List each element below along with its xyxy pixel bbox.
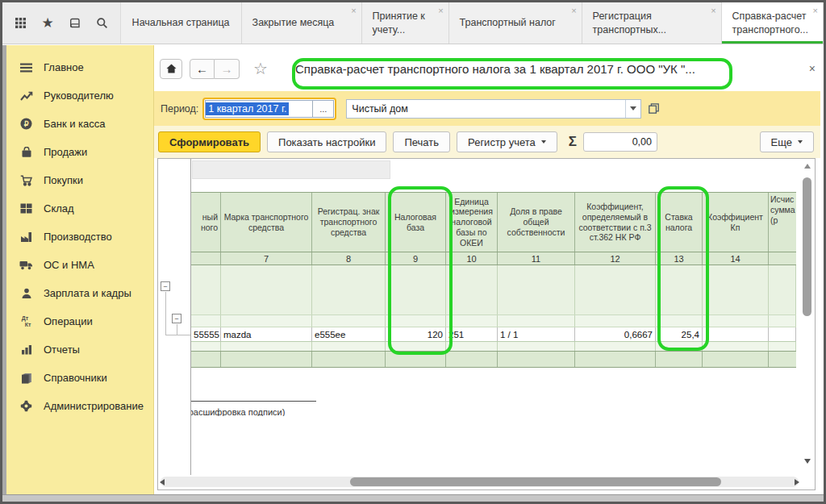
period-focus-ring: 1 квартал 2017 г. ... [202, 98, 336, 120]
sidebar-item-administration[interactable]: Администрирование [6, 392, 153, 420]
blocks-icon [19, 202, 33, 215]
cell-coefficient-kp[interactable] [703, 327, 769, 341]
tab-acceptance[interactable]: Принятие к учету...× [362, 2, 449, 44]
selected-cell-block[interactable] [192, 160, 390, 179]
sum-field[interactable]: 0,00 [583, 132, 657, 152]
history-nav-group: ← → [190, 59, 240, 79]
search-icon[interactable] [93, 15, 111, 32]
sidebar-item-manager[interactable]: Руководителю [6, 81, 153, 110]
col-number: 11 [498, 252, 575, 264]
cell-reg-sign[interactable]: e555ee [312, 327, 386, 341]
cell-unit-okei[interactable]: 251 [446, 327, 498, 341]
collapse-subgroup-button[interactable]: − [172, 314, 181, 323]
close-icon[interactable]: × [813, 6, 818, 15]
report-toolbar: Сформировать Показать настройки Печать Р… [154, 126, 820, 158]
col-number: 14 [703, 252, 769, 264]
sidebar-item-payroll-hr[interactable]: Зарплата и кадры [6, 279, 153, 307]
register-menu-button[interactable]: Регистр учета [457, 131, 557, 152]
scroll-right-icon[interactable] [795, 479, 799, 485]
horizontal-scroll-thumb[interactable] [350, 477, 721, 486]
vertical-scrollbar[interactable] [802, 161, 812, 466]
cell-coefficient-362[interactable]: 0,6667 [575, 327, 656, 341]
scroll-up-icon[interactable] [804, 164, 811, 169]
close-icon[interactable]: × [438, 6, 443, 15]
organization-dropdown-button[interactable] [625, 100, 640, 118]
top-toolbar: ★ Начальная страница Закрытие месяца× Пр… [2, 2, 824, 44]
history-icon[interactable] [66, 15, 84, 32]
sidebar-item-main[interactable]: Главное [6, 53, 153, 81]
col-number: 8 [312, 252, 386, 264]
period-input[interactable]: 1 квартал 2017 г. [206, 101, 312, 117]
tab-tax-calculation-report[interactable]: Справка-расчет транспортного...× [722, 2, 824, 44]
cell-vehicle-id[interactable]: 55555 [191, 327, 221, 341]
vertical-scroll-thumb[interactable] [803, 177, 811, 316]
sidebar-item-operations[interactable]: ДтКт Операции [6, 307, 153, 335]
favorites-star-icon[interactable]: ★ [39, 15, 56, 32]
table-row[interactable]: 55555 mazda e555ee 120 251 1 / 1 0,6667 … [191, 327, 796, 342]
close-icon[interactable]: × [351, 6, 356, 15]
col-header-tax-rate: Ставка налога [656, 193, 703, 252]
generate-button[interactable]: Сформировать [158, 131, 261, 152]
tab-vehicle-registration[interactable]: Регистрация транспортных...× [582, 2, 722, 44]
window-body: Главное Руководителю ₽ Банк и касса Прод… [2, 45, 824, 494]
collapse-group-button[interactable]: − [161, 281, 170, 291]
sidebar-item-fixed-assets[interactable]: ОС и НМА [6, 251, 153, 279]
scroll-left-icon[interactable] [160, 479, 165, 485]
bar-chart-icon [19, 344, 33, 356]
scroll-down-icon[interactable] [804, 459, 811, 464]
cell-tax-base[interactable]: 120 [386, 327, 446, 341]
col-header-coefficient-kp: Коэффициент Кп [703, 193, 769, 252]
favorite-star-icon[interactable]: ☆ [253, 60, 268, 77]
horizontal-scrollbar[interactable] [161, 477, 799, 487]
open-list-icon [649, 103, 659, 114]
col-header-coefficient-362: Коэффициент, определяемый в соответствии… [575, 193, 656, 252]
organization-open-button[interactable] [645, 99, 662, 119]
col-number: 12 [575, 252, 656, 264]
dt-kt-icon: ДтКт [19, 315, 33, 328]
period-choose-button[interactable]: ... [312, 101, 333, 117]
sidebar-item-production[interactable]: Производство [6, 223, 153, 251]
sidebar-item-sales[interactable]: Продажи [6, 138, 153, 166]
home-button[interactable] [160, 59, 182, 79]
sidebar-item-reports[interactable]: Отчеты [6, 335, 153, 364]
forward-button[interactable]: → [215, 59, 240, 79]
footer-band-row [191, 351, 796, 368]
spacer-row [191, 342, 796, 351]
books-icon [19, 372, 33, 385]
more-button[interactable]: Еще [760, 131, 814, 152]
col-number [191, 252, 221, 264]
cell-brand[interactable]: mazda [221, 327, 312, 341]
signature-line [191, 401, 316, 402]
show-settings-button[interactable]: Показать настройки [267, 131, 386, 152]
col-number: 9 [386, 252, 446, 264]
col-header-tax-base: Налоговая база [386, 193, 446, 252]
sidebar-item-directories[interactable]: Справочники [6, 364, 153, 392]
chevron-down-icon [541, 140, 546, 144]
col-number: 7 [221, 252, 312, 264]
cell-tax-rate[interactable]: 25,4 [656, 327, 703, 341]
col-header-vehicle-id: ный ного [191, 193, 221, 252]
period-row: Период: 1 квартал 2017 г. ... Чистый дом [154, 91, 820, 126]
close-icon[interactable]: × [711, 6, 715, 15]
cell-ownership-share[interactable]: 1 / 1 [498, 327, 575, 341]
svg-text:₽: ₽ [24, 120, 29, 128]
tab-month-closing[interactable]: Закрытие месяца× [242, 2, 362, 44]
apps-grid-icon[interactable] [12, 15, 30, 32]
back-button[interactable]: ← [190, 59, 215, 79]
cell-computed-sum[interactable] [769, 327, 796, 341]
subgroup-row [191, 315, 796, 327]
tree-line [177, 324, 177, 335]
tab-home-page[interactable]: Начальная страница [121, 2, 242, 44]
bag-icon [19, 146, 33, 159]
sidebar-item-bank-cash[interactable]: ₽ Банк и касса [6, 110, 153, 138]
menu-icon [19, 61, 33, 74]
organization-combobox[interactable]: Чистый дом [346, 99, 641, 119]
sidebar-item-purchases[interactable]: Покупки [6, 166, 153, 194]
close-icon[interactable]: × [571, 6, 576, 15]
main-area: ← → ☆ Справка-расчет транспортного налог… [154, 45, 824, 494]
tab-transport-tax[interactable]: Транспортный налог× [449, 2, 582, 44]
close-report-button[interactable]: × [804, 60, 820, 77]
print-button[interactable]: Печать [393, 131, 450, 152]
sidebar-item-warehouse[interactable]: Склад [6, 194, 153, 223]
organization-value: Чистый дом [347, 100, 625, 118]
